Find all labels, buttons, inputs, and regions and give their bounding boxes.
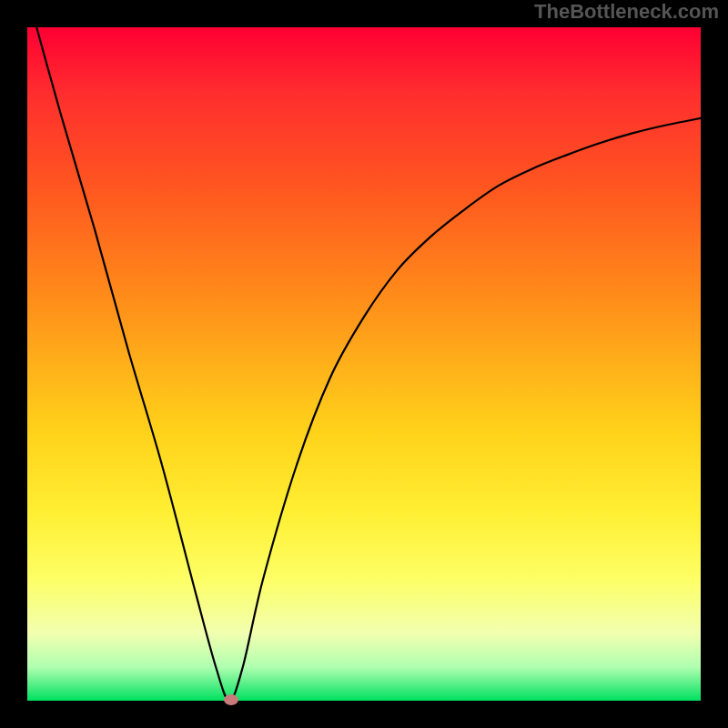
plot-area <box>27 27 701 701</box>
chart-container: TheBottleneck.com <box>0 0 728 728</box>
watermark-text: TheBottleneck.com <box>534 0 719 24</box>
curve-svg <box>27 27 701 701</box>
minimum-marker <box>224 694 238 705</box>
bottleneck-curve <box>27 27 701 701</box>
